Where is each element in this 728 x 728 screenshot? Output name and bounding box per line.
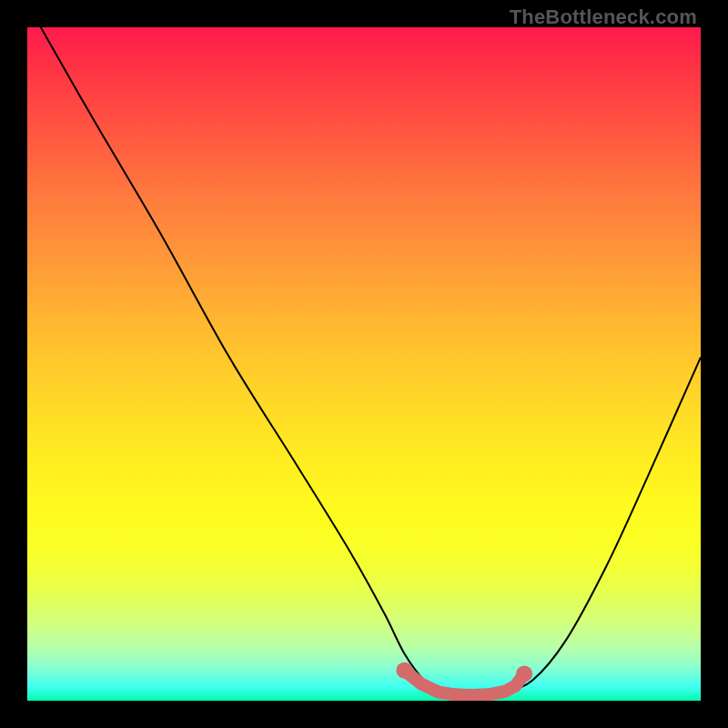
chart-frame: TheBottleneck.com [0,0,728,728]
highlight-end-dot [516,665,532,682]
plot-area [27,27,701,701]
watermark-text: TheBottleneck.com [510,5,697,29]
bottleneck-curve [41,27,701,696]
highlight-band-path [404,671,524,695]
highlight-end-dot [396,662,412,679]
highlight-markers [396,662,532,695]
chart-svg [27,27,701,701]
